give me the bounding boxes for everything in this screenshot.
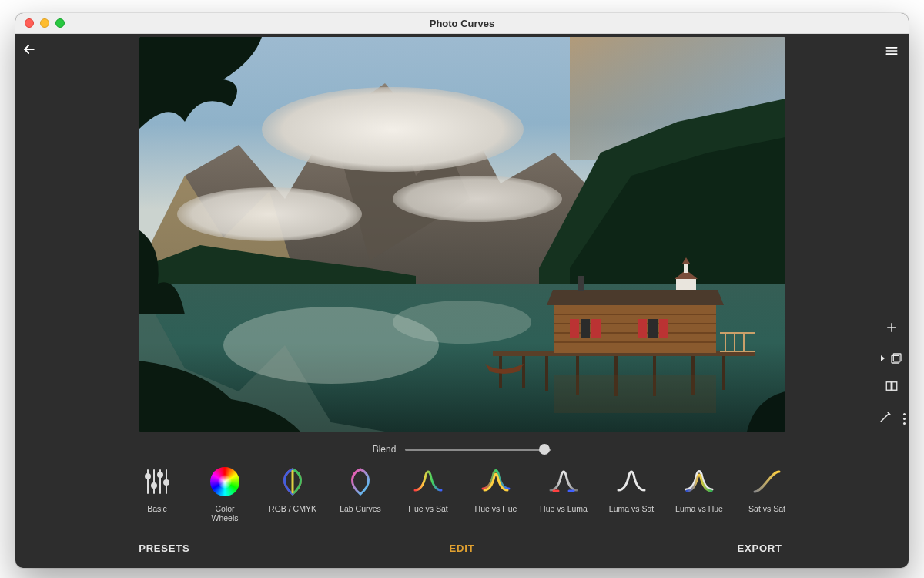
svg-point-52: [146, 474, 150, 479]
curve-luma-sat-icon: [615, 465, 648, 498]
svg-point-58: [164, 480, 169, 485]
tool-label: Lab Curves: [340, 504, 381, 513]
window-title: Photo Curves: [15, 18, 909, 29]
minimize-window-button[interactable]: [40, 18, 49, 28]
svg-point-56: [158, 472, 162, 477]
tab-presets[interactable]: PRESETS: [15, 543, 313, 554]
curve-sat-sat-icon: [751, 465, 783, 498]
svg-point-6: [177, 187, 362, 241]
curve-luma-hue-icon: [683, 465, 715, 498]
leaf-rgb-icon: [276, 465, 309, 498]
tool-rgb-cmyk[interactable]: RGB / CMYK: [269, 465, 316, 523]
bottom-tabs: PRESETS EDIT EXPORT: [15, 529, 909, 568]
tool-color-wheels[interactable]: Color Wheels: [201, 465, 249, 523]
sliders-icon: [141, 465, 173, 498]
tool-luma-vs-sat[interactable]: Luma vs Sat: [608, 465, 655, 523]
svg-rect-32: [570, 319, 579, 338]
titlebar: Photo Curves: [15, 13, 909, 34]
svg-point-7: [393, 176, 562, 222]
tool-label: Hue vs Hue: [475, 504, 517, 513]
svg-rect-31: [578, 276, 584, 291]
svg-rect-43: [554, 375, 716, 413]
app-window: Photo Curves: [15, 13, 909, 568]
tool-label: Color Wheels: [201, 504, 249, 523]
image-viewport: [15, 34, 909, 433]
svg-point-54: [152, 483, 156, 488]
back-button[interactable]: [15, 34, 62, 60]
tool-lab-curves[interactable]: Lab Curves: [336, 465, 384, 523]
tool-strip: Basic Color Wheels RGB / CMYK: [15, 462, 909, 529]
svg-rect-33: [591, 319, 601, 338]
menu-button[interactable]: [875, 34, 909, 59]
close-window-button[interactable]: [25, 18, 34, 28]
photo-preview: [139, 37, 785, 432]
svg-rect-35: [659, 319, 668, 338]
svg-point-10: [393, 301, 531, 344]
tab-export[interactable]: EXPORT: [611, 543, 909, 554]
tool-label: Luma vs Hue: [675, 504, 723, 513]
curve-hue-sat-icon: [412, 465, 444, 498]
blend-slider-knob[interactable]: [539, 444, 550, 455]
hamburger-icon: [884, 43, 899, 59]
tool-hue-vs-sat[interactable]: Hue vs Sat: [404, 465, 452, 523]
arrow-left-icon: [22, 42, 37, 57]
tool-sat-vs-sat[interactable]: Sat vs Sat: [743, 465, 791, 523]
tool-label: Luma vs Sat: [609, 504, 654, 513]
image-canvas[interactable]: [139, 37, 785, 432]
tool-hue-vs-luma[interactable]: Hue vs Luma: [540, 465, 588, 523]
blend-control: Blend: [15, 433, 909, 462]
leaf-lab-icon: [344, 465, 377, 498]
color-wheel-icon: [209, 465, 241, 498]
tool-label: RGB / CMYK: [269, 504, 316, 513]
svg-rect-36: [581, 319, 590, 338]
blend-slider[interactable]: [405, 449, 551, 451]
svg-rect-37: [648, 319, 658, 338]
tool-luma-vs-hue[interactable]: Luma vs Hue: [675, 465, 723, 523]
svg-point-5: [262, 87, 524, 172]
tool-label: Basic: [147, 504, 167, 513]
blend-label: Blend: [373, 444, 397, 455]
tool-basic[interactable]: Basic: [133, 465, 181, 523]
tab-edit[interactable]: EDIT: [313, 543, 611, 554]
curve-hue-hue-icon: [480, 465, 512, 498]
fullscreen-window-button[interactable]: [55, 18, 65, 28]
tool-hue-vs-hue[interactable]: Hue vs Hue: [472, 465, 520, 523]
curve-hue-luma-icon: [547, 465, 580, 498]
svg-marker-30: [547, 290, 724, 305]
window-controls: [25, 18, 65, 28]
svg-rect-13: [684, 264, 688, 273]
tool-label: Hue vs Luma: [540, 504, 588, 513]
tool-label: Sat vs Sat: [748, 504, 785, 513]
tool-label: Hue vs Sat: [408, 504, 447, 513]
svg-rect-34: [638, 319, 647, 338]
